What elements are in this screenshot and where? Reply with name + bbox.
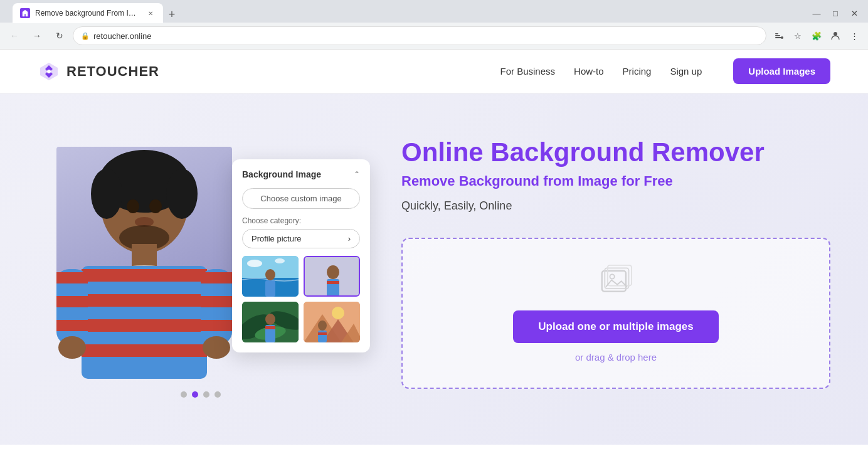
- cast-button[interactable]: [770, 27, 788, 45]
- tab-title: Remove background From Imag...: [35, 9, 140, 18]
- svg-point-46: [265, 314, 275, 325]
- bg-thumbnail-grid: [242, 256, 360, 342]
- upload-icon: [421, 264, 810, 298]
- nav-upload-button[interactable]: Upload Images: [733, 58, 830, 84]
- svg-point-31: [203, 336, 230, 359]
- bg-panel-header: Background Image ⌃: [242, 169, 360, 179]
- svg-rect-20: [82, 319, 207, 332]
- carousel-dot-1[interactable]: [181, 391, 187, 398]
- active-tab[interactable]: Remove background From Imag... ✕: [13, 3, 163, 23]
- svg-point-30: [58, 336, 86, 359]
- nav-sign-up[interactable]: Sign up: [670, 66, 702, 77]
- category-label: Choose category:: [242, 216, 360, 225]
- tab-favicon: [20, 8, 30, 18]
- svg-rect-23: [56, 272, 88, 283]
- person-image: [44, 134, 245, 379]
- hero-subtitle: Remove Background from Image for Free: [401, 173, 830, 189]
- carousel-dot-2[interactable]: [192, 391, 198, 398]
- hero-title: Online Background Remover: [401, 137, 830, 168]
- background-panel: Background Image ⌃ Choose custom image C…: [232, 159, 370, 352]
- svg-rect-19: [82, 294, 207, 307]
- svg-point-8: [91, 169, 122, 219]
- svg-rect-41: [327, 281, 339, 284]
- svg-rect-27: [201, 272, 232, 283]
- more-options-button[interactable]: ⋮: [845, 27, 863, 45]
- svg-rect-28: [201, 296, 232, 307]
- address-bar-row: ← → ↻ 🔒 retoucher.online ☆ 🧩 ⋮: [0, 23, 868, 49]
- bookmark-button[interactable]: ☆: [789, 27, 807, 45]
- demo-image-container: [38, 128, 251, 379]
- toolbar-right: ☆ 🧩 ⋮: [770, 27, 863, 45]
- svg-rect-14: [132, 244, 157, 266]
- svg-point-53: [332, 307, 344, 319]
- svg-rect-2: [775, 33, 778, 34]
- upload-multiple-button[interactable]: Upload one or multiple images: [513, 310, 718, 343]
- bg-panel-title: Background Image: [242, 169, 321, 179]
- hero-right: Online Background Remover Remove Backgro…: [401, 137, 830, 389]
- tab-close-button[interactable]: ✕: [146, 8, 156, 18]
- refresh-button[interactable]: ↻: [50, 26, 69, 45]
- svg-rect-55: [318, 331, 327, 342]
- category-select[interactable]: Profile picture ›: [242, 229, 360, 248]
- bg-panel-chevron-icon: ⌃: [354, 170, 360, 179]
- svg-rect-29: [201, 320, 232, 331]
- minimize-button[interactable]: —: [808, 4, 825, 22]
- svg-point-10: [127, 199, 139, 213]
- lock-icon: 🔒: [81, 32, 90, 40]
- close-button[interactable]: ✕: [845, 4, 863, 22]
- hero-description: Quickly, Easily, Online: [401, 199, 830, 213]
- svg-point-60: [610, 275, 614, 279]
- tab-bar: Remove background From Imag... ✕ +: [13, 3, 805, 23]
- carousel-dot-4[interactable]: [214, 391, 221, 398]
- choose-custom-button[interactable]: Choose custom image: [242, 188, 360, 209]
- svg-rect-56: [318, 332, 327, 335]
- bg-thumb-beach[interactable]: [242, 256, 299, 297]
- svg-point-4: [834, 32, 837, 36]
- category-chevron-icon: ›: [348, 234, 351, 243]
- svg-point-39: [327, 265, 339, 279]
- forward-button[interactable]: →: [28, 26, 46, 45]
- nav-pricing[interactable]: Pricing: [623, 66, 652, 77]
- svg-point-9: [166, 169, 198, 219]
- svg-rect-24: [56, 296, 88, 307]
- svg-point-34: [275, 258, 285, 263]
- svg-point-5: [47, 70, 51, 73]
- category-value: Profile picture: [251, 234, 301, 243]
- svg-point-36: [265, 269, 275, 280]
- hero-section: Background Image ⌃ Choose custom image C…: [0, 93, 868, 445]
- svg-rect-37: [265, 280, 275, 297]
- svg-point-3: [781, 36, 783, 39]
- navbar: RETOUCHER For Business How-to Pricing Si…: [0, 50, 868, 93]
- back-button[interactable]: ←: [5, 26, 24, 45]
- drag-drop-text: or drag & drop here: [421, 352, 810, 363]
- logo-area: RETOUCHER: [38, 60, 500, 83]
- bg-thumb-tropical[interactable]: [242, 302, 299, 342]
- url-text: retoucher.online: [93, 31, 152, 41]
- browser-chrome: Remove background From Imag... ✕ + — □ ✕…: [0, 0, 868, 50]
- new-tab-button[interactable]: +: [163, 6, 181, 23]
- nav-for-business[interactable]: For Business: [500, 66, 556, 77]
- nav-links: For Business How-to Pricing Sign up Uplo…: [500, 58, 831, 84]
- maximize-button[interactable]: □: [827, 4, 844, 22]
- profile-button[interactable]: [827, 27, 844, 45]
- svg-point-33: [247, 260, 262, 267]
- upload-area[interactable]: Upload one or multiple images or drag & …: [401, 238, 830, 389]
- bg-thumb-mountain[interactable]: [304, 302, 360, 342]
- svg-rect-18: [82, 269, 207, 282]
- title-bar: Remove background From Imag... ✕ + — □ ✕: [0, 0, 868, 23]
- svg-point-54: [318, 320, 327, 331]
- carousel-dot-3[interactable]: [203, 391, 209, 398]
- svg-rect-21: [82, 344, 207, 357]
- carousel-dots: [38, 391, 364, 398]
- hero-left: Background Image ⌃ Choose custom image C…: [38, 128, 364, 398]
- logo-text: RETOUCHER: [66, 63, 159, 80]
- page-content: RETOUCHER For Business How-to Pricing Si…: [0, 50, 868, 445]
- svg-rect-1: [775, 35, 780, 36]
- svg-point-11: [149, 199, 162, 213]
- svg-rect-25: [56, 320, 88, 331]
- svg-rect-48: [265, 326, 275, 329]
- nav-how-to[interactable]: How-to: [574, 66, 604, 77]
- address-bar[interactable]: 🔒 retoucher.online: [73, 26, 766, 45]
- bg-thumb-gray[interactable]: [304, 256, 360, 297]
- extensions-button[interactable]: 🧩: [808, 27, 825, 45]
